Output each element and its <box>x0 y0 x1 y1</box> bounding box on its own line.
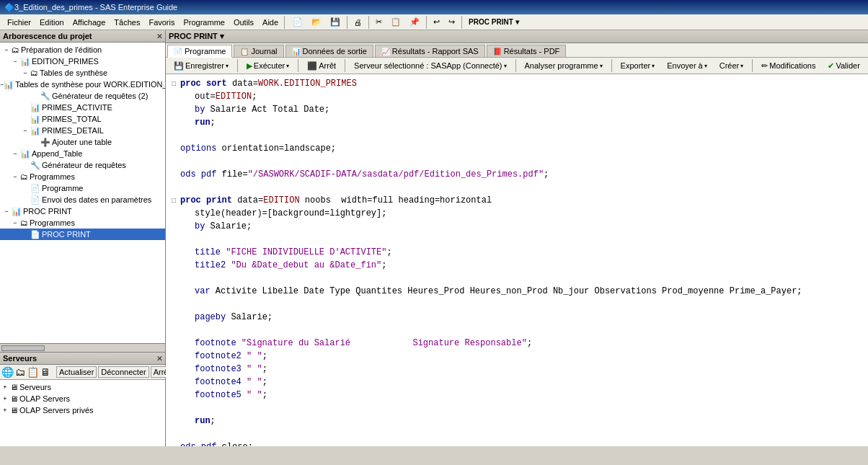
tree-item-ajouter-table[interactable]: ➕ Ajouter une table <box>0 136 165 148</box>
toolbar-print[interactable]: 🖨 <box>350 17 366 28</box>
toolbar-undo[interactable]: ↩ <box>430 16 443 28</box>
tab-programme[interactable]: 📄 Programme <box>167 45 232 58</box>
expander-serveurs[interactable]: + <box>0 382 10 392</box>
menu-affichage[interactable]: Affichage <box>68 17 110 28</box>
btn-envoyer[interactable]: Envoyer à ▾ <box>662 60 712 71</box>
expander-proc-print-child[interactable] <box>20 229 30 239</box>
label-olap-priv: OLAP Servers privés <box>19 406 94 415</box>
btn-modifications[interactable]: ✏ Modifications <box>756 60 820 72</box>
toolbar-redo[interactable]: ↪ <box>445 16 459 28</box>
expander-primes-detail[interactable]: − <box>20 125 30 136</box>
toolbar-save[interactable]: 💾 <box>327 16 344 28</box>
btn-arret[interactable]: ⬛ Arrêt <box>302 60 341 72</box>
tree-item-primes-detail[interactable]: − 📊 PRIMES_DETAIL <box>0 125 165 136</box>
editor-header-title[interactable]: PROC PRINT ▾ <box>169 32 224 41</box>
code-blank-6 <box>172 298 868 311</box>
tree-item-gen-req[interactable]: 🔧 Générateur de requêtes (2) <box>0 90 165 102</box>
tab-resultats-rapport[interactable]: 📈 Résultats - Rapport SAS <box>375 45 485 57</box>
tree-item-primes-total[interactable]: 📊 PRIMES_TOTAL <box>0 113 165 125</box>
label-programme: Programme <box>42 184 83 192</box>
tree-item-append-table[interactable]: − 📊 Append_Table <box>0 148 165 159</box>
btn-exporter[interactable]: Exporter ▾ <box>616 60 660 71</box>
code-blank-1 <box>172 129 868 142</box>
tree-item-serveurs[interactable]: + 🖥 Serveurs <box>0 381 165 393</box>
btn-analyser[interactable]: Analyser programme ▾ <box>520 60 608 71</box>
expander-envoi-params[interactable] <box>20 195 30 205</box>
tree-item-proc-print-root[interactable]: − 📊 PROC PRINT <box>0 205 165 217</box>
expander-append-table[interactable]: − <box>10 149 20 159</box>
left-hscroll[interactable] <box>0 343 165 352</box>
menu-favoris[interactable]: Favoris <box>144 17 179 28</box>
tree-item-proc-print-child[interactable]: 📄 PROC PRINT <box>0 229 165 240</box>
toolbar-copy[interactable]: 📋 <box>387 16 404 28</box>
btn-creer[interactable]: Créer ▾ <box>714 60 749 71</box>
menu-aide[interactable]: Aide <box>258 17 283 28</box>
servers-panel-close[interactable]: ✕ <box>156 355 162 363</box>
expander-olap[interactable]: + <box>0 394 10 404</box>
expander-programmes2[interactable]: − <box>10 218 20 228</box>
code-editor[interactable]: □ proc sort data=WORK.EDITION_PRIMES out… <box>166 74 868 446</box>
menu-taches[interactable]: Tâches <box>110 17 144 28</box>
toolbar-paste[interactable]: 📌 <box>406 16 423 28</box>
edit-sep6 <box>752 59 753 72</box>
project-panel-close[interactable]: ✕ <box>156 32 162 40</box>
toolbar-run[interactable]: PROC PRINT ▾ <box>465 17 522 27</box>
btn-exporter-label: Exporter <box>621 61 651 70</box>
label-programmes2: Programmes <box>30 218 75 227</box>
expander-tables-synth[interactable]: − <box>20 68 30 78</box>
tree-item-programme[interactable]: 📄 Programme <box>0 182 165 194</box>
menu-programme[interactable]: Programme <box>179 17 229 28</box>
tree-item-olap-priv[interactable]: + 🖥 OLAP Servers privés <box>0 404 165 416</box>
btn-valider[interactable]: ✔ Valider <box>823 60 864 72</box>
tree-item-programmes2[interactable]: − 🗂 Programmes <box>0 217 165 229</box>
menu-fichier[interactable]: Fichier <box>3 17 35 28</box>
tab-donnees-sortie[interactable]: 📊 Données de sortie <box>285 45 373 57</box>
exporter-arrow: ▾ <box>652 63 655 69</box>
toolbar-new[interactable]: 📄 <box>289 16 306 28</box>
code-line-7: □ proc print data=EDITION noobs width=fu… <box>172 194 868 207</box>
collapse-icon-2[interactable]: □ <box>172 195 179 206</box>
tree-item-edition-primes[interactable]: − 📊 EDITION_PRIMES <box>0 56 165 67</box>
btn-deconnecter[interactable]: Déconnecter <box>98 366 149 378</box>
toolbar-cut[interactable]: ✂ <box>372 16 386 28</box>
menu-outils[interactable]: Outils <box>229 17 258 28</box>
project-tree[interactable]: − 🗂 Préparation de l'édition − 📊 EDITION… <box>0 43 165 343</box>
code-blank-4 <box>172 233 868 246</box>
menu-edition[interactable]: Edition <box>35 17 68 28</box>
toolbar-open[interactable]: 📂 <box>308 16 325 28</box>
editor-header[interactable]: PROC PRINT ▾ <box>166 30 868 43</box>
tab-resultats-pdf-label: Résultats - PDF <box>504 47 560 56</box>
tree-item-olap[interactable]: + 🖥 OLAP Servers <box>0 393 165 404</box>
expander-primes-activite[interactable] <box>20 102 30 112</box>
code-line-13: pageby Salarie; <box>172 311 868 324</box>
expander-olap-priv[interactable]: + <box>0 405 10 415</box>
tree-item-envoi-params[interactable]: 📄 Envoi des dates en paramètres <box>0 194 165 205</box>
tree-item-prep[interactable]: − 🗂 Préparation de l'édition <box>0 44 165 56</box>
btn-executer[interactable]: ▶ Exécuter ▾ <box>242 60 294 72</box>
label-programmes: Programmes <box>30 172 75 181</box>
expander-proc-print-root[interactable]: − <box>1 206 12 216</box>
right-panel: PROC PRINT ▾ 📄 Programme 📋 Journal 📊 Don… <box>166 30 868 446</box>
tab-journal[interactable]: 📋 Journal <box>234 45 283 57</box>
tab-resultats-pdf[interactable]: 📕 Résultats - PDF <box>487 45 567 57</box>
expander-primes-total[interactable] <box>20 114 30 124</box>
btn-enregistrer[interactable]: 💾 Enregistrer ▾ <box>169 60 234 72</box>
expander-gen-req[interactable] <box>30 91 40 101</box>
tab-donnees-sortie-label: Données de sortie <box>303 47 367 56</box>
expander-gen-req2[interactable] <box>20 160 30 170</box>
tree-item-programmes[interactable]: − 🗂 Programmes <box>0 171 165 182</box>
collapse-icon-1[interactable]: □ <box>172 79 179 89</box>
tree-item-tables-synth[interactable]: − 🗂 Tables de synthèse <box>0 67 165 79</box>
tree-item-tables-synth2[interactable]: − 📊 Tables de synthèse pour WORK.EDITION… <box>0 79 165 90</box>
tree-item-primes-activite[interactable]: 📊 PRIMES_ACTIVITE <box>0 102 165 113</box>
btn-executer-label: Exécuter <box>254 61 285 70</box>
expander-programme[interactable] <box>20 183 30 193</box>
btn-actualiser[interactable]: Actualiser <box>56 366 97 378</box>
expander-ajouter-table[interactable] <box>30 137 40 147</box>
expander-prep[interactable]: − <box>1 45 12 55</box>
creer-arrow: ▾ <box>740 63 743 69</box>
tree-item-gen-req2[interactable]: 🔧 Générateur de requêtes <box>0 159 165 171</box>
expander-edition-primes[interactable]: − <box>10 56 20 66</box>
btn-serveur[interactable]: Serveur sélectionné : SASApp (Connecté) … <box>349 60 511 71</box>
expander-programmes[interactable]: − <box>10 172 20 182</box>
